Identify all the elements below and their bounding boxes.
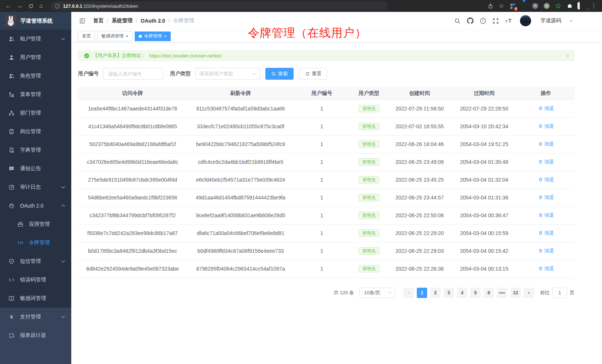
- tab[interactable]: 敏感词管理×: [97, 32, 132, 41]
- sidebar-item[interactable]: 菜单管理: [0, 85, 71, 104]
- help-icon[interactable]: ?: [480, 18, 486, 24]
- svg-text:A: A: [20, 241, 22, 244]
- page-button[interactable]: 1: [417, 288, 427, 298]
- force-logout-button[interactable]: 强退: [538, 176, 554, 183]
- bookmark-star-button[interactable]: ☆: [499, 3, 504, 9]
- doc-link[interactable]: https://doc.iocoder.cn/user-center/: [149, 53, 222, 59]
- force-logout-button[interactable]: 强退: [538, 141, 554, 148]
- code-icon: [8, 277, 15, 283]
- avatar[interactable]: [520, 15, 531, 26]
- sidebar-item[interactable]: 部门管理: [0, 104, 71, 122]
- user-id-input[interactable]: [103, 68, 163, 80]
- cell-create-time: 2022-06-26 18:04:46: [388, 135, 451, 153]
- force-logout-button[interactable]: 强退: [538, 194, 554, 201]
- home-button[interactable]: ⌂: [39, 3, 43, 9]
- tab[interactable]: 首页: [78, 32, 95, 41]
- sidebar-item[interactable]: 短信管理: [0, 252, 71, 271]
- sidebar-item[interactable]: A令牌管理: [0, 234, 71, 252]
- page-info-icon[interactable]: i: [55, 4, 60, 9]
- font-size-icon[interactable]: TT: [505, 18, 512, 24]
- user-type-select[interactable]: 请选择用户类型: [195, 68, 260, 80]
- back-button[interactable]: ←: [5, 3, 11, 9]
- puzzle-extension-icon[interactable]: [567, 3, 573, 9]
- breadcrumb-item[interactable]: 系统管理: [112, 17, 132, 24]
- page-button[interactable]: 12: [510, 288, 521, 298]
- sidebar-item[interactable]: 角色管理: [0, 67, 71, 85]
- force-logout-button[interactable]: 强退: [538, 212, 554, 219]
- sidebar-item[interactable]: 岗位管理: [0, 122, 71, 141]
- org-icon: [8, 110, 15, 116]
- sidebar-item[interactable]: 字典管理: [0, 141, 71, 159]
- sidebar-item[interactable]: 审计日志: [0, 178, 71, 196]
- gray-extension-icon[interactable]: ⌘: [532, 3, 538, 9]
- sidebar-item[interactable]: 错误码管理: [0, 271, 71, 289]
- star-extension-icon[interactable]: [555, 3, 561, 9]
- force-logout-button[interactable]: 强退: [538, 230, 554, 236]
- user-name[interactable]: 芋道源码: [540, 17, 561, 24]
- green-dot-extension-icon[interactable]: [544, 3, 550, 9]
- reset-button[interactable]: 重置: [299, 68, 327, 80]
- breadcrumb-item[interactable]: OAuth 2.0: [141, 18, 165, 24]
- extension-grid-icon[interactable]: 9: [510, 3, 516, 9]
- table-row: 1ea5e44f8bc1467aaede43144f31de76811c5304…: [78, 100, 575, 118]
- breadcrumb-item: 令牌管理: [173, 17, 194, 24]
- page-button[interactable]: 5: [470, 288, 481, 298]
- sidebar-item[interactable]: 租户管理: [0, 30, 71, 48]
- search-button[interactable]: 搜索: [265, 68, 294, 80]
- user-type-tag: 管理员: [359, 105, 379, 112]
- fullscreen-icon[interactable]: [493, 18, 499, 24]
- force-logout-button[interactable]: 强退: [538, 159, 554, 165]
- reload-button[interactable]: [28, 3, 34, 9]
- force-logout-button[interactable]: 强退: [538, 105, 554, 112]
- goto-page-input[interactable]: [552, 288, 567, 298]
- more-pages-button[interactable]: •••: [497, 288, 507, 298]
- breadcrumb-separator: /: [136, 18, 137, 24]
- search-icon[interactable]: [454, 18, 461, 24]
- gem-extension-icon[interactable]: [521, 3, 527, 9]
- breadcrumb-separator: /: [107, 18, 108, 24]
- sidebar-item-label: 应用管理: [29, 221, 50, 228]
- force-logout-button[interactable]: 强退: [538, 123, 554, 130]
- page-button[interactable]: 4: [457, 288, 467, 298]
- sidebar-item[interactable]: ¥支付管理: [0, 308, 71, 326]
- share-button[interactable]: [488, 3, 493, 9]
- cell-user-id: 1: [294, 206, 350, 224]
- sidebar-item[interactable]: 报表设计器: [0, 326, 71, 345]
- user-type-tag: 管理员: [359, 194, 379, 201]
- prev-page-button[interactable]: ‹: [403, 288, 414, 298]
- page-button[interactable]: 6: [484, 288, 494, 298]
- alert-text: 【用户体系】文档地址：: [93, 52, 146, 59]
- page-size-select[interactable]: 10条/页: [359, 288, 395, 298]
- sidebar-item[interactable]: 敏感词管理: [0, 289, 71, 308]
- github-icon[interactable]: [467, 17, 474, 24]
- collapse-sidebar-icon[interactable]: [79, 17, 86, 24]
- sidebar-item[interactable]: OAuth 2.0: [0, 196, 71, 215]
- sidebar-item[interactable]: 应用管理: [0, 215, 71, 234]
- force-logout-button[interactable]: 强退: [538, 248, 554, 254]
- side-panel-icon[interactable]: [578, 3, 580, 9]
- forward-button[interactable]: →: [17, 3, 23, 9]
- alert-close-icon[interactable]: ×: [566, 53, 569, 59]
- page-button[interactable]: 2: [430, 288, 441, 298]
- breadcrumb-item[interactable]: 首页: [93, 17, 104, 24]
- sidebar-item-label: 用户管理: [20, 54, 41, 61]
- cell-create-time: 2022-06-25 23:49:09: [388, 153, 451, 171]
- chrome-menu-button[interactable]: ⋮: [591, 3, 597, 9]
- close-icon[interactable]: ×: [126, 34, 128, 39]
- next-page-button[interactable]: ›: [524, 288, 534, 298]
- close-icon[interactable]: ×: [164, 34, 167, 39]
- sidebar-item-label: 岗位管理: [20, 128, 41, 135]
- force-logout-button[interactable]: 强退: [538, 265, 554, 272]
- url-host: 127.0.0.1: [63, 4, 82, 9]
- caret-down-icon[interactable]: [569, 19, 573, 23]
- sidebar-item[interactable]: 通知公告: [0, 159, 71, 178]
- app-logo[interactable]: 芋道管理系统: [0, 12, 71, 30]
- page-button[interactable]: 3: [444, 288, 454, 298]
- tab[interactable]: 令牌管理×: [135, 32, 171, 41]
- cell-refresh-token: b0df4980ffd34c67a08f9156e4eee733: [187, 242, 294, 260]
- tab-bar: 首页敏感词管理×令牌管理×: [71, 30, 602, 43]
- cell-access-token: 54d6be82ee5a460a9aedc1f9bf223656: [78, 189, 187, 206]
- sidebar-item[interactable]: 用户管理: [0, 48, 71, 67]
- url-bar[interactable]: i 127.0.0.1:1024/system/oauth2/token: [50, 1, 388, 10]
- sidebar-item-label: 错误码管理: [20, 277, 46, 283]
